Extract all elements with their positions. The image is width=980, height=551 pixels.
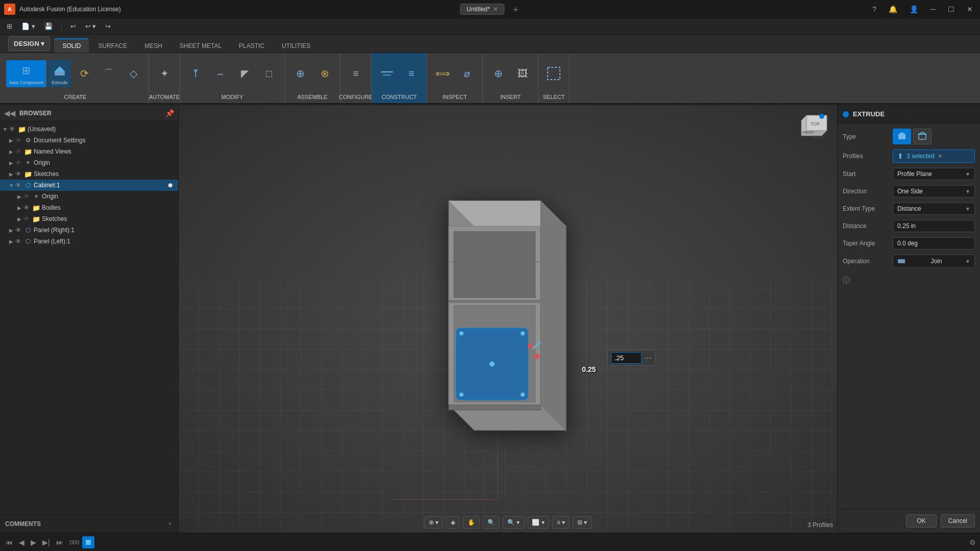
profiles-value[interactable]: ⬆ 3 selected ✕ bbox=[893, 149, 975, 163]
visibility-icon-panel-left[interactable]: 👁 bbox=[14, 237, 22, 245]
tree-item-doc-settings[interactable]: ▶ 👁 ⚙ Document Settings bbox=[0, 135, 178, 146]
maximize-button[interactable]: ☐ bbox=[945, 4, 958, 14]
visibility-icon-cabinet-origin[interactable]: 👁 bbox=[22, 192, 31, 201]
select-button[interactable] bbox=[543, 63, 565, 84]
expand-icon-named-views[interactable]: ▶ bbox=[8, 148, 14, 155]
operation-value[interactable]: Join ▼ bbox=[893, 255, 975, 268]
redo-button-2[interactable]: ↪ bbox=[103, 21, 113, 32]
motion-link-button[interactable]: ⊗ bbox=[313, 63, 336, 84]
tree-item-bodies[interactable]: ▶ 👁 📁 Bodies bbox=[0, 202, 178, 213]
undo-button[interactable]: ↩ bbox=[68, 21, 79, 32]
expand-icon-cabinet-sketches[interactable]: ▶ bbox=[16, 216, 22, 222]
configure-dropdown[interactable]: CONFIGURE bbox=[337, 93, 375, 101]
close-tab-icon[interactable]: ✕ bbox=[493, 6, 498, 13]
dimension-input-popup[interactable]: ⋯ bbox=[607, 350, 655, 366]
expand-icon-doc[interactable]: ▶ bbox=[8, 137, 14, 143]
measure-button[interactable]: ⟺ bbox=[431, 63, 454, 84]
tree-item-named-views[interactable]: ▶ 👁 📁 Named Views bbox=[0, 146, 178, 157]
tab-surface[interactable]: SURFACE bbox=[90, 39, 135, 53]
extrude-ok-button[interactable]: OK bbox=[906, 514, 936, 528]
tree-item-cabinet-sketches[interactable]: ▶ 👁 📁 Sketches bbox=[0, 213, 178, 224]
tab-mesh[interactable]: MESH bbox=[136, 39, 170, 53]
tab-sheet-metal[interactable]: SHEET METAL bbox=[172, 39, 230, 53]
extrude-cancel-button[interactable]: Cancel bbox=[941, 514, 975, 528]
offset-plane-button[interactable] bbox=[376, 63, 398, 84]
visibility-icon-doc[interactable]: 👁 bbox=[14, 136, 22, 144]
timeline-play-button[interactable]: ▶ bbox=[29, 537, 38, 548]
tree-item-sketches[interactable]: ▶ 👁 📁 Sketches bbox=[0, 168, 178, 180]
tree-item-cabinet-origin[interactable]: ▶ 👁 ✦ Origin bbox=[0, 191, 178, 202]
assemble-dropdown[interactable]: ASSEMBLE bbox=[295, 93, 329, 101]
view-cube[interactable]: TOP FRONT RIGHT bbox=[791, 110, 832, 151]
comments-add-icon[interactable]: ＋ bbox=[167, 519, 173, 528]
extent-type-value[interactable]: Distance ▼ bbox=[893, 203, 975, 215]
chamfer-button[interactable]: ◤ bbox=[233, 63, 256, 84]
timeline-thumb[interactable] bbox=[82, 536, 94, 548]
distance-value[interactable]: 0.25 in bbox=[893, 220, 975, 232]
start-value[interactable]: Profile Plane ▼ bbox=[893, 168, 975, 180]
design-workspace-button[interactable]: DESIGN ▾ bbox=[8, 36, 50, 51]
taper-value[interactable]: 0.0 deg bbox=[893, 237, 975, 249]
visibility-icon-bodies[interactable]: 👁 bbox=[22, 204, 31, 212]
save-button[interactable]: 💾 bbox=[42, 21, 55, 32]
timeline-next-button[interactable]: ▶| bbox=[41, 537, 52, 548]
expand-icon-origin[interactable]: ▶ bbox=[8, 160, 14, 166]
browser-collapse-icon[interactable]: ◀◀ bbox=[4, 109, 15, 117]
tree-item-origin[interactable]: ▶ 👁 ✦ Origin bbox=[0, 157, 178, 168]
minimize-button[interactable]: ─ bbox=[927, 4, 939, 14]
expand-icon-unsaved[interactable]: ▼ bbox=[2, 126, 8, 132]
automate-dropdown[interactable]: AUTOMATE bbox=[147, 93, 182, 101]
direction-value[interactable]: One Side ▼ bbox=[893, 185, 975, 197]
pan-button[interactable]: ✋ bbox=[463, 516, 480, 529]
shell-button[interactable]: □ bbox=[258, 63, 280, 84]
redo-button[interactable]: ↩ ▾ bbox=[83, 21, 99, 32]
file-menu-button[interactable]: 📄 ▾ bbox=[19, 21, 38, 32]
notifications-icon[interactable]: 🔔 bbox=[886, 4, 900, 14]
visibility-icon-cabinet-sketches[interactable]: 👁 bbox=[22, 215, 31, 223]
dimension-input-field[interactable] bbox=[611, 352, 642, 364]
browser-pin-icon[interactable]: 📌 bbox=[165, 109, 174, 117]
view-options-button[interactable]: ≡ ▾ bbox=[552, 516, 570, 529]
insert-dropdown[interactable]: INSERT bbox=[498, 93, 523, 101]
joint-button[interactable]: ⊕ bbox=[289, 63, 311, 84]
grid-options-button[interactable]: ⊞ ▾ bbox=[573, 516, 592, 529]
timeline-rewind-button[interactable]: ⏮ bbox=[4, 537, 14, 548]
document-tab[interactable]: Untitled* ✕ bbox=[460, 4, 504, 15]
midplane-button[interactable]: ≡ bbox=[400, 63, 423, 84]
tree-item-cabinet[interactable]: ▼ 👁 ⬡ Cabinet:1 ⏺ bbox=[0, 180, 178, 191]
automate-button[interactable]: ✦ bbox=[153, 63, 176, 84]
zoom-button[interactable]: 🔍 bbox=[483, 516, 500, 529]
insert-decal-button[interactable]: 🖼 bbox=[511, 63, 534, 84]
press-pull-button[interactable]: ⤒ bbox=[184, 63, 207, 84]
expand-icon-cabinet-origin[interactable]: ▶ bbox=[16, 193, 22, 199]
revolve-button[interactable]: ⟳ bbox=[73, 63, 95, 84]
tree-item-unsaved[interactable]: ▼ 👁 📁 (Unsaved) bbox=[0, 123, 178, 135]
tab-utilities[interactable]: UTILITIES bbox=[274, 39, 318, 53]
visibility-icon-sketches[interactable]: 👁 bbox=[14, 170, 22, 178]
timeline-forward-button[interactable]: ⏭ bbox=[55, 537, 65, 548]
loft-button[interactable]: ◇ bbox=[122, 63, 144, 84]
account-icon[interactable]: 👤 bbox=[906, 4, 921, 14]
profiles-clear-icon[interactable]: ✕ bbox=[938, 153, 943, 160]
visibility-icon-named-views[interactable]: 👁 bbox=[14, 147, 22, 156]
visibility-icon-panel-right[interactable]: 👁 bbox=[14, 226, 22, 234]
insert-mcmaster-button[interactable]: ⊕ bbox=[487, 63, 509, 84]
visibility-icon-cabinet[interactable]: 👁 bbox=[14, 181, 22, 189]
timeline-prev-button[interactable]: ◀ bbox=[17, 537, 26, 548]
grid-menu-button[interactable]: ⊞ bbox=[4, 21, 15, 32]
fillet-button[interactable]: ⌢ bbox=[209, 63, 231, 84]
extrude-button[interactable]: Extrude bbox=[48, 60, 71, 87]
visibility-icon-origin[interactable]: 👁 bbox=[14, 159, 22, 167]
grid-button[interactable]: ◈ bbox=[446, 516, 460, 529]
section-analysis-button[interactable]: ⌀ bbox=[456, 63, 478, 84]
expand-icon-cabinet[interactable]: ▼ bbox=[8, 182, 14, 188]
expand-icon-panel-right[interactable]: ▶ bbox=[8, 227, 14, 233]
dimension-options-icon[interactable]: ⋯ bbox=[644, 353, 652, 363]
new-component-button[interactable]: ⊞ New Component bbox=[6, 60, 46, 87]
expand-icon-sketches[interactable]: ▶ bbox=[8, 171, 14, 177]
extrude-info-icon[interactable]: ⓘ bbox=[843, 276, 850, 285]
viewport[interactable]: 0.25 ⋯ TOP FRONT RIGHT ⊕ ▾ ◈ ✋ 🔍 bbox=[179, 105, 837, 533]
tab-plastic[interactable]: PLASTIC bbox=[231, 39, 273, 53]
type-solid-button[interactable] bbox=[893, 129, 911, 144]
sweep-button[interactable]: ⌒ bbox=[97, 63, 120, 84]
